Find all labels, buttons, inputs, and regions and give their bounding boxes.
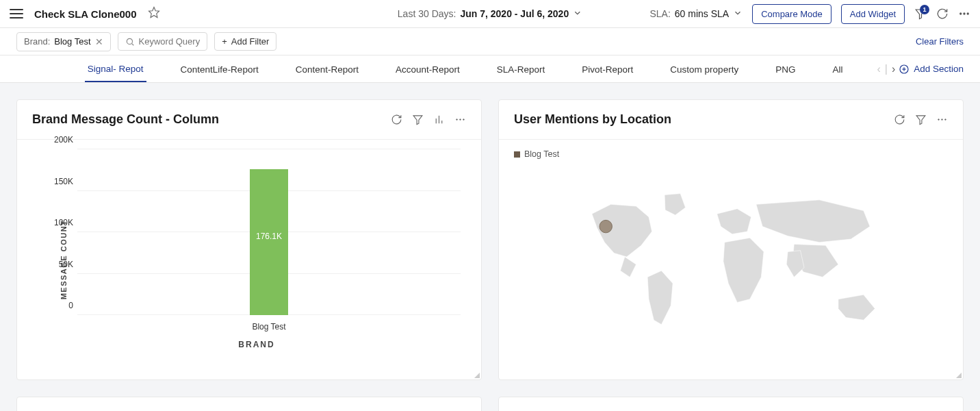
tab-pivot-report[interactable]: Pivot-Report [579, 57, 636, 82]
widget-title: User Mentions by Location [514, 112, 884, 127]
filter-chip-brand[interactable]: Brand: Blog Test ✕ [16, 32, 111, 51]
widget-stub [498, 397, 964, 411]
tab-all[interactable]: All [829, 57, 845, 82]
widget-header: Brand Message Count - Column [17, 100, 481, 140]
date-range-label: Last 30 Days: [398, 8, 456, 19]
y-tick: 100K [46, 218, 73, 227]
tab-contentlife-report[interactable]: ContentLife-Report [178, 57, 261, 82]
compare-mode-button[interactable]: Compare Mode [752, 4, 831, 24]
tab-account-report[interactable]: Account-Report [393, 57, 463, 82]
chart-body: MESSAGE COUNT 0 50K 100K 150K 200K 176.1… [17, 140, 481, 379]
filter-bar: Brand: Blog Test ✕ Keyword Query + Add F… [0, 28, 980, 55]
chevron-down-icon [573, 8, 582, 20]
tab-custom-property[interactable]: Custom property [667, 57, 741, 82]
date-range-value: Jun 7, 2020 - Jul 6, 2020 [460, 8, 569, 19]
svg-marker-0 [149, 8, 159, 18]
chart-bar[interactable]: 176.1K [250, 169, 288, 315]
star-icon[interactable] [148, 6, 160, 21]
svg-point-21 [599, 220, 612, 232]
tab-png[interactable]: PNG [773, 57, 798, 82]
refresh-icon[interactable] [894, 114, 905, 125]
svg-line-6 [131, 43, 133, 45]
add-widget-button[interactable]: Add Widget [841, 4, 905, 24]
world-map[interactable] [499, 163, 963, 379]
svg-point-16 [463, 119, 465, 121]
add-section-button[interactable]: Add Section [899, 64, 964, 75]
chevron-left-icon[interactable]: ‹ [877, 63, 880, 75]
filter-badge: 1 [920, 5, 929, 14]
legend-label: Blog Test [524, 149, 559, 159]
bar-value-label: 176.1K [256, 232, 282, 241]
sla-selector[interactable]: SLA: 60 mins SLA [649, 8, 743, 20]
widgets-row: Brand Message Count - Column MESSAGE COU… [0, 83, 980, 397]
keyword-query-placeholder: Keyword Query [139, 36, 201, 47]
more-icon[interactable] [936, 114, 948, 125]
chart-type-icon[interactable] [433, 114, 445, 125]
svg-point-18 [938, 119, 940, 121]
svg-point-15 [460, 119, 461, 121]
close-icon[interactable]: ✕ [95, 36, 103, 47]
date-range-picker[interactable]: Last 30 Days: Jun 7, 2020 - Jul 6, 2020 [398, 8, 582, 20]
widget-title: Brand Message Count - Column [32, 112, 381, 127]
clear-filters-link[interactable]: Clear Filters [916, 36, 964, 47]
widget-brand-message-count: Brand Message Count - Column MESSAGE COU… [16, 99, 482, 380]
plus-icon: + [222, 36, 227, 47]
map-legend: Blog Test [499, 140, 963, 163]
tab-content-report[interactable]: Content-Report [293, 57, 361, 82]
search-icon [125, 37, 135, 47]
chart-plot-area: 0 50K 100K 150K 200K 176.1K Blog Test [77, 149, 461, 315]
add-filter-label: Add Filter [231, 36, 270, 47]
svg-point-19 [942, 119, 943, 121]
y-tick: 0 [46, 301, 73, 310]
tab-signal-report[interactable]: Signal- Repot [85, 56, 146, 82]
widget-stub [16, 397, 482, 411]
refresh-icon[interactable] [936, 8, 949, 20]
filter-chip-label: Brand: [24, 36, 50, 47]
x-tick: Blog Test [252, 322, 285, 332]
widgets-row-2 [0, 397, 980, 411]
tab-scroll-arrows: ‹ | › [877, 63, 895, 75]
filter-chip-value: Blog Test [54, 36, 90, 47]
refresh-icon[interactable] [391, 114, 402, 125]
svg-point-20 [945, 119, 946, 121]
keyword-query-input[interactable]: Keyword Query [118, 32, 208, 51]
tabs-bar: Signal- Repot ContentLife-Report Content… [0, 55, 980, 83]
more-icon[interactable] [454, 114, 466, 125]
y-tick: 150K [46, 177, 73, 186]
svg-marker-17 [916, 116, 925, 125]
tab-sla-report[interactable]: SLA-Report [494, 57, 548, 82]
hamburger-menu-icon[interactable] [10, 9, 23, 18]
filter-icon[interactable] [412, 114, 424, 125]
widget-header: User Mentions by Location [499, 100, 963, 140]
svg-point-2 [960, 13, 962, 14]
top-header: Check SLA Clone000 Last 30 Days: Jun 7, … [0, 0, 980, 28]
legend-swatch [514, 151, 520, 158]
sla-value: 60 mins SLA [675, 8, 729, 19]
page-title: Check SLA Clone000 [34, 8, 137, 20]
filter-icon[interactable]: 1 [914, 8, 927, 20]
svg-point-5 [127, 38, 132, 44]
resize-handle-icon[interactable] [473, 371, 480, 378]
y-tick: 50K [46, 260, 73, 269]
resize-handle-icon[interactable] [955, 371, 962, 378]
svg-point-14 [456, 119, 458, 121]
add-section-label: Add Section [914, 64, 964, 74]
y-tick: 200K [46, 135, 73, 145]
svg-point-3 [964, 13, 965, 14]
more-icon[interactable] [958, 8, 970, 20]
chevron-right-icon[interactable]: › [892, 63, 895, 75]
widget-user-mentions-location: User Mentions by Location Blog Test [498, 99, 964, 380]
svg-marker-10 [413, 116, 422, 125]
add-filter-button[interactable]: + Add Filter [214, 32, 276, 51]
x-axis-title: BRAND [53, 340, 461, 349]
chevron-down-icon [733, 8, 743, 20]
filter-icon[interactable] [915, 114, 927, 125]
svg-point-4 [967, 13, 968, 14]
sla-label: SLA: [649, 8, 670, 19]
